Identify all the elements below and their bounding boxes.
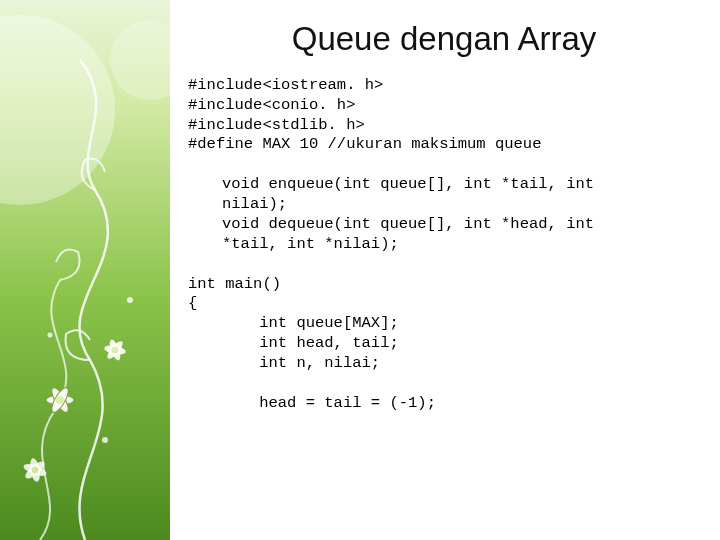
decorative-sidebar [0, 0, 170, 540]
code-includes: #include<iostream. h> #include<conio. h>… [188, 76, 700, 155]
svg-point-1 [110, 20, 170, 100]
svg-point-15 [127, 297, 133, 303]
code-main-body: int queue[MAX]; int head, tail; int n, n… [222, 314, 700, 413]
svg-point-17 [102, 437, 108, 443]
svg-point-10 [112, 347, 119, 354]
code-main-signature: int main() { [188, 275, 700, 315]
svg-point-6 [56, 396, 64, 404]
code-prototypes: void enqueue(int queue[], int *tail, int… [222, 175, 700, 254]
svg-point-16 [48, 333, 53, 338]
slide-content: Queue dengan Array #include<iostream. h>… [170, 0, 720, 540]
floral-decoration [0, 0, 170, 540]
svg-point-14 [32, 467, 39, 474]
slide: Queue dengan Array #include<iostream. h>… [0, 0, 720, 540]
svg-point-0 [0, 15, 115, 205]
slide-title: Queue dengan Array [188, 20, 700, 58]
